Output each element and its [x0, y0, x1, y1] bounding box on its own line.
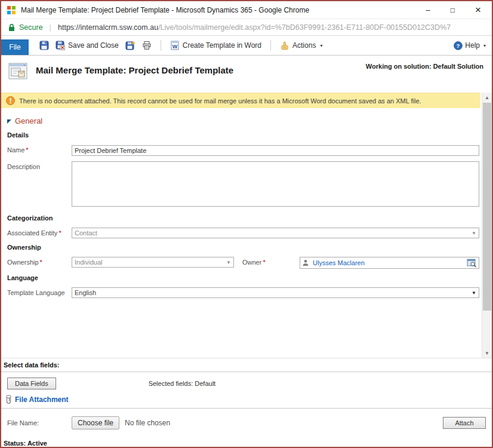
scrollbar-thumb[interactable] [483, 103, 491, 311]
form-content: General Details Name* Description Catego… [1, 108, 480, 298]
print-button[interactable] [142, 41, 152, 50]
maximize-icon[interactable]: □ [451, 7, 455, 14]
file-attachment-link[interactable]: File Attachment [15, 395, 69, 404]
language-heading: Language [7, 274, 479, 281]
save-as-icon [125, 41, 135, 50]
template-language-select[interactable]: English ▼ [72, 287, 479, 298]
name-label: Name* [7, 145, 72, 154]
titlebar: Mail Merge Template: Project Debrief Tem… [1, 1, 492, 19]
form-scroll-region: There is no document attached. This reco… [1, 93, 492, 358]
warning-icon [6, 96, 15, 105]
chevron-down-icon: ▾ [483, 43, 486, 48]
warning-banner: There is no document attached. This reco… [1, 93, 480, 108]
ownership-label: Ownership* [7, 257, 72, 266]
url-separator: | [50, 23, 51, 32]
collapse-triangle-icon [7, 119, 11, 124]
save-as-button[interactable] [125, 41, 135, 50]
person-icon [302, 259, 309, 266]
status-label: Status: Active [1, 435, 492, 447]
associated-entity-select[interactable]: Contact ▼ [72, 228, 479, 238]
paperclip-icon [5, 394, 13, 404]
ownership-heading: Ownership [7, 244, 479, 251]
help-icon: ? [454, 41, 463, 50]
address-bar: Secure | https://internalcrm.ssw.com.au/… [1, 19, 492, 36]
crm-toolbar: File Save and Close W Create Template in… [1, 36, 492, 56]
file-attachment-row: File Attachment [1, 394, 492, 409]
choose-file-button[interactable]: Choose file [72, 416, 119, 429]
url-path: /Live/tools/mailmerge/edit.aspx?id=%7bD6… [158, 23, 451, 32]
dynamics-favicon [7, 6, 16, 14]
toolbar-items: Save and Close W Create Template in Word… [39, 40, 322, 51]
save-and-close-icon [56, 41, 65, 50]
lookup-button[interactable] [467, 259, 477, 268]
name-input[interactable] [72, 145, 479, 156]
data-fields-row: Data Fields Selected fields: Default [1, 372, 492, 394]
required-marker: * [26, 146, 28, 154]
chevron-down-icon: ▼ [226, 260, 231, 265]
required-marker: * [58, 229, 61, 237]
page-header: Mail Merge Template: Project Debrief Tem… [1, 56, 492, 93]
svg-text:?: ? [457, 42, 460, 49]
file-name-label: File Name: [7, 419, 72, 426]
file-name-row: File Name: Choose file No file chosen At… [1, 409, 492, 435]
scroll-up-icon[interactable]: ▲ [482, 93, 492, 102]
attach-button[interactable]: Attach [443, 417, 486, 429]
url-input[interactable]: https://internalcrm.ssw.com.au/Live/tool… [58, 23, 451, 32]
secure-label[interactable]: Secure [19, 23, 43, 32]
close-icon[interactable]: × [475, 5, 481, 15]
page-title: Mail Merge Template: Project Debrief Tem… [36, 65, 233, 93]
details-heading: Details [7, 131, 479, 139]
working-on-solution-label: Working on solution: Default Solution [366, 63, 485, 93]
toolbar-separator [161, 40, 161, 51]
required-marker: * [40, 259, 42, 266]
url-domain: https://internalcrm.ssw.com.au [58, 23, 158, 32]
browser-window: Mail Merge Template: Project Debrief Tem… [0, 0, 493, 448]
description-label: Description [7, 161, 72, 170]
window-title: Mail Merge Template: Project Debrief Tem… [21, 6, 309, 14]
template-language-row: Template Language English ▼ [7, 287, 479, 298]
template-language-label: Template Language [7, 287, 72, 296]
description-row: Description [7, 161, 479, 209]
select-data-fields-label: Select data fields: [1, 358, 492, 372]
ownership-select[interactable]: Individual ▼ [72, 257, 234, 268]
chevron-down-icon: ▾ [320, 43, 322, 48]
owner-label: Owner* [242, 257, 300, 266]
description-textarea[interactable] [72, 161, 479, 207]
general-section-header[interactable]: General [7, 116, 479, 125]
categorization-heading: Categorization [7, 214, 479, 222]
selected-fields-text: Selected fields: Default [149, 380, 216, 387]
file-tab[interactable]: File [1, 39, 29, 55]
bottom-panel: Select data fields: Data Fields Selected… [1, 358, 492, 447]
save-icon [39, 41, 49, 50]
name-row: Name* [7, 145, 479, 156]
mail-merge-template-icon [8, 63, 29, 81]
lookup-magnifier-icon [467, 259, 477, 268]
owner-lookup-field[interactable]: Ulysses Maclaren [300, 257, 479, 269]
warning-text: There is no document attached. This reco… [19, 97, 421, 105]
print-icon [142, 41, 152, 50]
chevron-down-icon: ▼ [472, 290, 476, 296]
save-and-close-button[interactable]: Save and Close [56, 41, 119, 50]
required-marker: * [263, 259, 265, 266]
svg-text:W: W [172, 44, 177, 50]
save-button[interactable] [39, 41, 49, 50]
chevron-down-icon: ▼ [472, 231, 476, 236]
actions-hand-icon [280, 41, 289, 50]
actions-menu[interactable]: Actions ▾ [280, 41, 322, 50]
window-controls: – □ × [426, 5, 486, 15]
owner-value[interactable]: Ulysses Maclaren [313, 259, 365, 266]
scroll-down-icon[interactable]: ▼ [482, 348, 492, 358]
associated-entity-label: Associated Entity* [7, 228, 72, 237]
vertical-scrollbar[interactable]: ▲ ▼ [482, 93, 492, 358]
toolbar-separator [270, 40, 271, 51]
ownership-row: Ownership* Individual ▼ Owner* Ulysses M… [7, 257, 479, 269]
no-file-chosen-text: No file chosen [125, 419, 170, 427]
minimize-icon[interactable]: – [426, 6, 430, 14]
data-fields-button[interactable]: Data Fields [7, 378, 56, 389]
padlock-icon[interactable] [8, 23, 15, 32]
associated-entity-row: Associated Entity* Contact ▼ [7, 228, 479, 238]
create-template-in-word-button[interactable]: W Create Template in Word [170, 41, 261, 50]
word-icon: W [170, 41, 180, 50]
help-menu[interactable]: ? Help ▾ [454, 41, 486, 50]
